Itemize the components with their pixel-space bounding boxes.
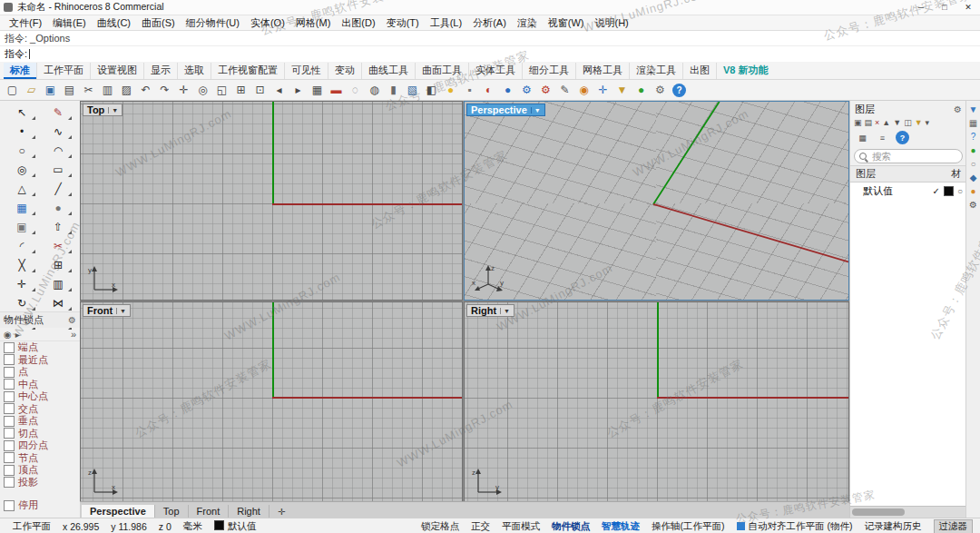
help-icon[interactable]: ? (672, 84, 686, 97)
undo-icon[interactable]: ↶ (137, 82, 154, 99)
ribbon-tab[interactable]: V8 新功能 (716, 63, 775, 79)
ribbon-tab[interactable]: 渲染工具 (629, 63, 682, 79)
ribbon-tab[interactable]: 实体工具 (468, 63, 522, 79)
gears-icon[interactable]: ⚙ (652, 82, 669, 99)
osnap-disable-checkbox[interactable] (4, 500, 15, 511)
select-icon[interactable]: ↖ (6, 104, 37, 122)
chevron-down-icon[interactable]: ▼ (116, 308, 126, 314)
layer-search[interactable] (854, 149, 963, 163)
copy-icon[interactable]: ▥ (99, 82, 116, 99)
viewport-top[interactable]: Top ▼ y x (80, 101, 463, 301)
layer-column-label[interactable]: 图层 (856, 167, 876, 181)
new-viewport-tab-icon[interactable]: ✛ (270, 506, 293, 518)
paste-icon[interactable]: ▨ (118, 82, 135, 99)
menu-item[interactable]: 编辑(E) (47, 16, 92, 30)
bulb-icon[interactable]: ● (442, 82, 459, 99)
sphere-blue-icon[interactable]: ● (499, 82, 516, 99)
menu-item[interactable]: 工具(L) (425, 16, 467, 30)
viewport-tab-right[interactable]: Right (229, 505, 270, 518)
ribbon-tab[interactable]: 工作视窗配置 (211, 63, 284, 79)
zoom-window-icon[interactable]: ◱ (213, 82, 230, 99)
command-input-row[interactable]: 指令: (0, 46, 980, 62)
layer-search-input[interactable] (870, 150, 956, 163)
menu-item[interactable]: 视窗(W) (543, 16, 590, 30)
ribbon-tab[interactable]: 变动 (328, 63, 361, 79)
layer-menu-icon[interactable]: ▾ (926, 118, 930, 127)
osnap-row[interactable]: 最近点 (0, 354, 80, 367)
osnap-checkbox[interactable] (4, 379, 15, 390)
save-file-icon[interactable]: ▣ (42, 82, 59, 99)
panel-tab-grid-icon[interactable]: ▦ (969, 119, 977, 128)
ribbon-tab[interactable]: 可见性 (284, 63, 328, 79)
gumball-icon[interactable]: ◉ (575, 82, 593, 99)
osnap-checkbox[interactable] (4, 354, 15, 365)
osnap-row[interactable]: 顶点 (0, 464, 80, 477)
panel-tab-material-icon[interactable]: ◆ (970, 173, 977, 183)
viewport-title-perspective[interactable]: Perspective ▼ (466, 104, 545, 116)
chevron-down-icon[interactable]: ▼ (500, 308, 510, 314)
view-forward-icon[interactable]: ▸ (289, 82, 307, 99)
menu-item[interactable]: 曲线(C) (92, 16, 136, 30)
statusbar-autocplane[interactable]: 自动对齐工作平面 (物件) (737, 520, 853, 533)
statusbar-filter[interactable]: 过滤器 (934, 519, 974, 533)
layer-name[interactable]: 默认值 (863, 184, 929, 198)
close-button[interactable]: ✕ (956, 0, 980, 15)
arc-icon[interactable]: ◠ (43, 142, 74, 160)
move-up-icon[interactable]: ▲ (882, 118, 890, 127)
osnap-checkbox[interactable] (4, 367, 15, 378)
menu-item[interactable]: 变动(T) (381, 16, 425, 30)
statusbar-layer[interactable]: 默认值 (214, 520, 257, 533)
expand-layers-icon[interactable]: ◫ (904, 118, 912, 127)
chevron-down-icon[interactable]: ▼ (108, 107, 118, 114)
viewport-front[interactable]: Front ▼ z x (80, 301, 463, 503)
menu-item[interactable]: 出图(D) (336, 16, 380, 30)
move-down-icon[interactable]: ▼ (893, 118, 901, 127)
polygon-icon[interactable]: △ (6, 180, 37, 198)
viewport-tab-front[interactable]: Front (189, 505, 230, 518)
gear-red-icon[interactable]: ⚙ (537, 82, 554, 99)
osnap-checkbox[interactable] (4, 452, 15, 463)
view-back-icon[interactable]: ◂ (270, 82, 288, 99)
hide-objects-icon[interactable]: ◌ (347, 82, 364, 99)
statusbar-x[interactable]: x 26.995 (63, 521, 99, 532)
rotate-icon[interactable]: ↻ (6, 294, 37, 312)
osnap-row[interactable]: 四分点 (0, 439, 80, 452)
gear-icon[interactable]: ⚙ (954, 104, 962, 114)
box-icon[interactable]: ▣ (6, 218, 37, 236)
columns-icon[interactable]: ▦ (854, 129, 871, 146)
osnap-checkbox[interactable] (4, 391, 15, 402)
panel-tab-circle-icon[interactable]: ○ (970, 160, 975, 169)
polyline-icon[interactable]: ╱ (43, 180, 74, 198)
statusbar-cplane[interactable]: 工作平面 (13, 520, 51, 533)
padlock-icon[interactable]: ▪ (461, 82, 478, 99)
object-properties-icon[interactable]: ◧ (423, 82, 440, 99)
osnap-row[interactable]: 中点 (0, 379, 80, 391)
ribbon-tab[interactable]: 标准 (4, 63, 36, 79)
ellipse-icon[interactable]: ◎ (6, 161, 37, 179)
statusbar-planar[interactable]: 平面模式 (502, 520, 540, 533)
sphere-icon[interactable]: ● (43, 199, 74, 217)
join-icon[interactable]: ⊞ (43, 256, 74, 274)
maximize-button[interactable]: □ (933, 0, 956, 15)
menu-item[interactable]: 渲染 (512, 16, 543, 30)
curve-icon[interactable]: ∿ (43, 123, 74, 141)
statusbar-units[interactable]: 毫米 (183, 520, 202, 533)
new-file-icon[interactable]: ▢ (4, 82, 21, 99)
layer-row[interactable]: 默认值 ✓ ○ (850, 183, 966, 200)
osnap-checkbox[interactable] (4, 477, 15, 488)
list-menu-icon[interactable]: ≡ (874, 129, 891, 146)
lock-objects-icon[interactable]: ▮ (385, 82, 402, 99)
osnap-disable-row[interactable]: 停用 (0, 499, 80, 512)
stoplight-icon[interactable]: ◐ (480, 82, 497, 99)
panel-tab-display-icon[interactable]: ● (970, 146, 975, 155)
menu-item[interactable]: 分析(A) (467, 16, 512, 30)
ribbon-tab[interactable]: 选取 (177, 63, 211, 79)
filter-funnel-icon[interactable]: ▼ (613, 82, 631, 99)
osnap-target-icon[interactable]: ◉ (4, 330, 12, 340)
statusbar-history[interactable]: 记录建构历史 (865, 520, 922, 533)
car-icon[interactable]: ▬ (328, 82, 345, 99)
osnap-checkbox[interactable] (4, 465, 15, 476)
menu-item[interactable]: 曲面(S) (136, 16, 181, 30)
menu-item[interactable]: 网格(M) (290, 16, 337, 30)
menu-item[interactable]: 实体(O) (245, 16, 290, 30)
